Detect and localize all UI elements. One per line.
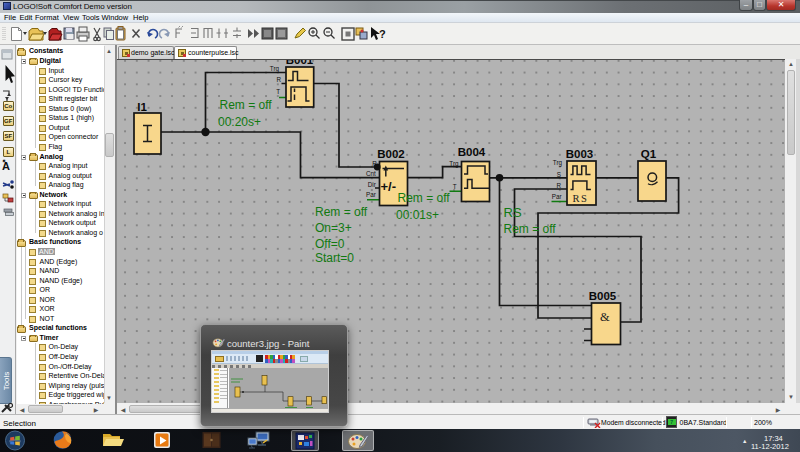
svg-text:R: R — [556, 182, 561, 189]
svg-text:+/-: +/- — [381, 179, 397, 194]
svg-text:Rem = off: Rem = off — [504, 222, 557, 236]
svg-text:00:20s+: 00:20s+ — [218, 115, 261, 129]
svg-text:R: R — [276, 76, 281, 83]
svg-text:Rem = off: Rem = off — [315, 205, 368, 219]
svg-text:B001: B001 — [286, 60, 314, 66]
svg-text:B002: B002 — [377, 148, 405, 160]
svg-text:?: ? — [379, 28, 386, 40]
svg-text:Trg: Trg — [553, 159, 563, 167]
svg-text:On=3+: On=3+ — [315, 221, 352, 235]
svg-text:RS: RS — [504, 205, 522, 220]
svg-text:Rem = off: Rem = off — [398, 191, 451, 205]
svg-text:Cnt: Cnt — [366, 170, 376, 177]
svg-text:Start=0: Start=0 — [315, 251, 354, 265]
svg-text:S: S — [557, 171, 561, 178]
svg-text:R: R — [372, 160, 377, 167]
svg-text:Trg: Trg — [449, 160, 459, 168]
svg-text:Q1: Q1 — [641, 148, 657, 160]
svg-text:I1: I1 — [137, 101, 147, 113]
svg-text:Dir: Dir — [368, 181, 376, 188]
svg-text:Par: Par — [552, 193, 562, 200]
svg-text:T: T — [453, 183, 457, 190]
svg-text:Par: Par — [366, 191, 376, 198]
svg-text:00:01s+: 00:01s+ — [396, 208, 439, 222]
svg-text:Off=0: Off=0 — [315, 237, 345, 251]
svg-text:T: T — [276, 88, 280, 95]
svg-text:B005: B005 — [589, 290, 617, 302]
svg-text:Trg: Trg — [270, 65, 280, 73]
svg-text:RS: RS — [573, 193, 589, 204]
svg-text:B004: B004 — [458, 146, 486, 158]
svg-text:B003: B003 — [566, 148, 594, 160]
svg-text:Rem = off: Rem = off — [220, 98, 273, 112]
svg-text:&: & — [600, 310, 610, 324]
